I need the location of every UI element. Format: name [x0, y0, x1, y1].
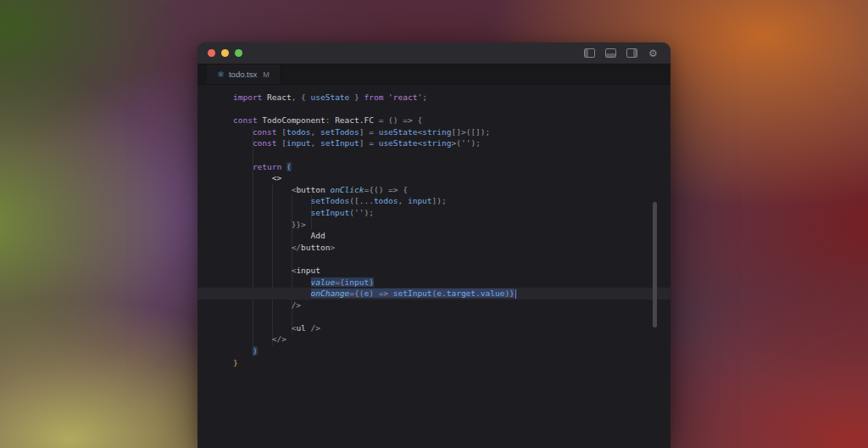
code-line[interactable]	[198, 149, 670, 161]
settings-gear-icon[interactable]: ⚙	[646, 47, 660, 59]
titlebar-icon-group: ⚙	[582, 47, 660, 59]
vertical-scrollbar-thumb[interactable]	[653, 202, 657, 328]
code-line[interactable]	[198, 311, 670, 322]
code-line[interactable]: </>	[198, 333, 670, 345]
tab-bar: ⚛ todo.tsx M	[198, 64, 670, 85]
tab-todo-tsx[interactable]: ⚛ todo.tsx M	[207, 64, 281, 84]
window-titlebar[interactable]: ⚙	[198, 42, 670, 64]
code-line[interactable]: const [input, setInput] = useState<strin…	[198, 137, 670, 149]
panel-left-icon[interactable]	[582, 47, 597, 59]
code-line[interactable]: <ul />	[198, 322, 670, 334]
code-line[interactable]: }}>	[198, 219, 670, 231]
code-line[interactable]	[198, 104, 670, 115]
minimize-button[interactable]	[221, 49, 229, 57]
code-line[interactable]: setInput('');	[198, 207, 670, 219]
close-button[interactable]	[208, 49, 215, 57]
code-line[interactable]: />	[198, 300, 670, 311]
code-line[interactable]: )	[198, 345, 670, 357]
panel-right-icon[interactable]	[625, 47, 639, 59]
code-line[interactable]: setTodos([...todos, input]);	[198, 195, 670, 207]
code-line[interactable]: Add	[198, 230, 670, 242]
editor-window: ⚙ ⚛ todo.tsx M import React, { useState …	[198, 42, 670, 448]
traffic-lights	[208, 49, 242, 57]
code-line[interactable]: const TodoComponent: React.FC = () => {	[198, 115, 670, 126]
code-area: import React, { useState } from 'react';…	[198, 85, 670, 368]
code-line[interactable]: import React, { useState } from 'react';	[198, 92, 670, 104]
code-line[interactable]: return (	[198, 161, 670, 173]
zoom-button[interactable]	[235, 49, 242, 57]
panel-bottom-icon[interactable]	[604, 47, 618, 59]
code-line[interactable]: onChange={(e) => setInput(e.target.value…	[198, 288, 670, 300]
code-editor[interactable]: import React, { useState } from 'react';…	[198, 85, 670, 448]
text-cursor	[515, 289, 517, 299]
file-type-icon: ⚛	[217, 70, 225, 79]
code-line[interactable]: <input	[198, 265, 670, 277]
code-line[interactable]: <>	[198, 172, 670, 184]
code-line[interactable]	[198, 253, 670, 265]
code-line[interactable]: value={input}	[198, 277, 670, 288]
code-line[interactable]: </button>	[198, 242, 670, 254]
code-line[interactable]: }	[198, 357, 670, 369]
desktop-background: { "window": { "kind": "code-editor-windo…	[0, 0, 868, 448]
tab-label: todo.tsx	[229, 70, 257, 79]
modified-indicator: M	[263, 70, 270, 79]
code-line[interactable]: <button onClick={() => {	[198, 184, 670, 196]
code-line[interactable]: const [todos, setTodos] = useState<strin…	[198, 126, 670, 138]
